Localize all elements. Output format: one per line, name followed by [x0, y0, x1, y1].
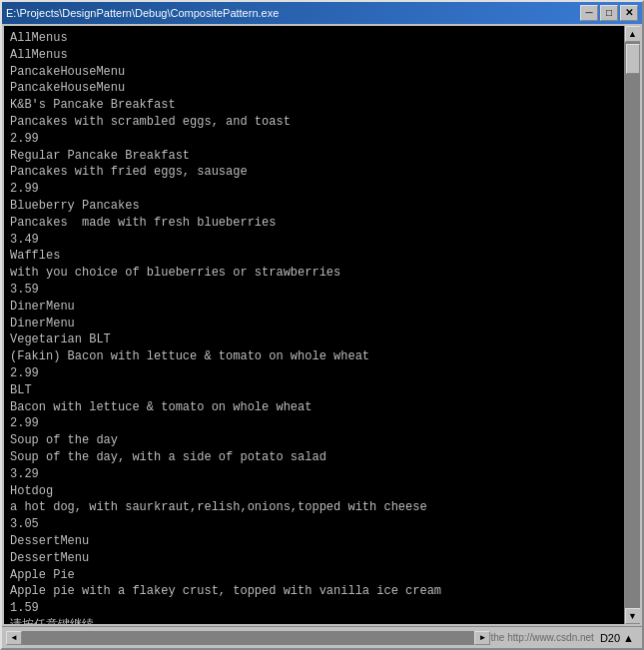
- close-button[interactable]: ✕: [620, 5, 638, 21]
- taskbar-scroll-left[interactable]: ◄: [6, 631, 22, 645]
- scroll-up-button[interactable]: ▲: [625, 26, 641, 42]
- maximize-button[interactable]: □: [600, 5, 618, 21]
- main-window: E:\Projects\DesignPattern\Debug\Composit…: [0, 0, 644, 650]
- taskbar-track: [22, 631, 474, 645]
- window-controls: ─ □ ✕: [580, 5, 638, 21]
- vertical-scrollbar[interactable]: ▲ ▼: [624, 26, 640, 624]
- scroll-down-button[interactable]: ▼: [625, 608, 641, 624]
- content-area: AllMenus AllMenus PancakeHouseMenu Panca…: [4, 26, 640, 624]
- minimize-button[interactable]: ─: [580, 5, 598, 21]
- title-bar: E:\Projects\DesignPattern\Debug\Composit…: [2, 2, 642, 24]
- status-time: D20 ▲: [596, 632, 638, 644]
- watermark-text: the http://www.csdn.net: [490, 632, 593, 643]
- console-output: AllMenus AllMenus PancakeHouseMenu Panca…: [4, 26, 624, 624]
- status-bar: ◄ ► the http://www.csdn.net D20 ▲: [2, 626, 642, 648]
- status-left: ◄ ►: [6, 631, 490, 645]
- scroll-track: [625, 42, 641, 608]
- taskbar-scroll-right[interactable]: ►: [474, 631, 490, 645]
- scroll-thumb[interactable]: [626, 44, 640, 74]
- window-title: E:\Projects\DesignPattern\Debug\Composit…: [6, 7, 580, 19]
- status-right: the http://www.csdn.net D20 ▲: [490, 632, 638, 644]
